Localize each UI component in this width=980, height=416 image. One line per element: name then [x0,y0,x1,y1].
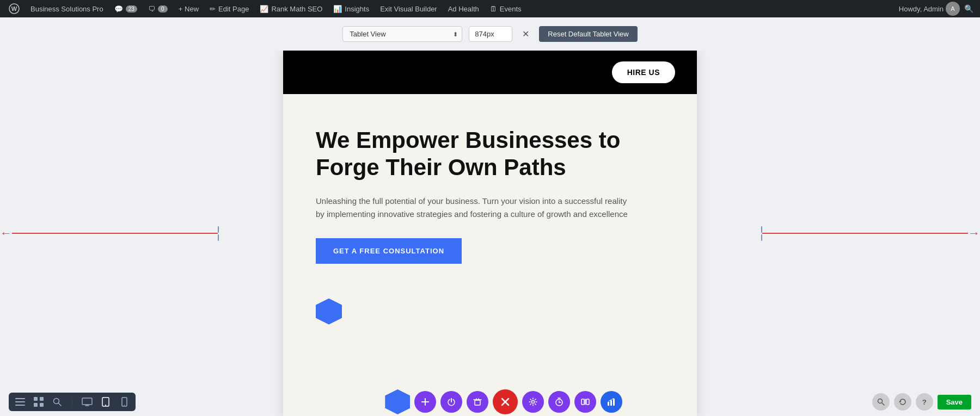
power-button[interactable] [440,391,462,413]
admin-bar-right: Howdy, Admin A 🔍 [899,2,976,16]
brand-logo [316,299,342,325]
svg-line-38 [882,403,884,405]
refresh-icon[interactable] [894,393,911,411]
avatar[interactable]: A [946,2,960,16]
arrow-line-right [762,233,968,234]
pencil-icon: ✏ [210,5,216,13]
left-arrowhead: ← [0,227,12,239]
rank-math-label: Rank Math SEO [271,5,322,13]
drag-handle-left[interactable] [217,222,220,244]
admin-search-icon[interactable]: 🔍 [962,4,976,13]
help-icon[interactable]: ? [916,393,933,411]
brand-logo-center[interactable] [385,389,410,414]
grid-icon[interactable] [33,396,45,408]
svg-rect-36 [613,399,615,406]
comments-item[interactable]: 💬 23 [110,0,142,17]
search-icon[interactable] [51,396,63,408]
hero-section: We Empower Businesses to Forge Their Own… [283,94,697,285]
svg-point-26 [532,401,535,403]
desktop-preview-icon[interactable] [81,396,93,408]
logo-row [283,285,697,338]
svg-rect-8 [40,403,44,407]
svg-rect-3 [15,401,25,402]
settings-button[interactable] [522,391,544,413]
rank-math-item[interactable]: 📈 Rank Math SEO [255,0,327,17]
svg-rect-32 [586,399,589,405]
comment-bubble-item[interactable]: 🗨 0 [144,0,172,17]
px-input[interactable] [469,26,512,42]
analytics-button[interactable] [601,391,622,413]
svg-rect-11 [82,398,92,405]
svg-point-37 [878,399,882,403]
svg-rect-34 [608,402,609,406]
svg-rect-2 [15,398,25,399]
right-arrowhead: → [968,227,980,239]
canvas-wrapper: ← HIRE US We Empower Businesses to Forge… [0,51,980,416]
hero-subtitle: Unleashing the full potential of your bu… [316,195,632,221]
svg-rect-4 [15,405,25,406]
close-toolbar-button[interactable]: ✕ [519,27,532,41]
svg-rect-31 [581,399,584,405]
rank-math-icon: 📈 [260,5,268,13]
admin-bar: W Business Solutions Pro 💬 23 🗨 0 + New … [0,0,980,17]
comment-icon: 💬 [114,5,123,13]
resize-arrow-left[interactable]: ← [0,227,218,239]
arrow-line-left [12,233,218,234]
columns-button[interactable] [574,391,596,413]
events-label: Events [500,5,522,13]
hamburger-menu-icon[interactable] [14,396,26,408]
reset-default-button[interactable]: Reset Default Tablet View [539,26,637,42]
tablet-view-selector[interactable]: Tablet View [342,26,462,42]
drag-handle-right[interactable] [760,222,763,244]
ad-health-item[interactable]: Ad Health [444,0,483,17]
timer-button[interactable] [548,391,570,413]
svg-point-17 [124,405,125,406]
hero-title: We Empower Businesses to Forge Their Own… [316,127,632,182]
toolbar-divider [72,396,72,407]
tablet-preview-icon[interactable] [100,396,112,408]
wp-logo-item[interactable]: W [4,0,24,17]
view-toolbar: Tablet View ✕ Reset Default Tablet View [0,17,980,51]
search-right-icon[interactable] [872,393,890,411]
events-item[interactable]: 🗓 Events [486,0,526,17]
svg-point-15 [105,405,106,406]
edit-page-item[interactable]: ✏ Edit Page [205,0,253,17]
site-name-item[interactable]: Business Solutions Pro [26,0,108,17]
bottom-center-tools [385,389,622,414]
insights-label: Insights [345,5,369,13]
save-button[interactable]: Save [938,395,971,409]
svg-line-10 [59,403,62,406]
new-item[interactable]: + New [174,0,203,17]
bottom-toolbar: ? Save [0,388,980,416]
exit-builder-item[interactable]: Exit Visual Builder [376,0,442,17]
cta-button[interactable]: GET A FREE CONSULTATION [316,238,462,264]
svg-rect-35 [610,400,612,406]
add-element-button[interactable] [414,391,436,413]
events-icon: 🗓 [490,5,497,13]
comment-bubble-count: 0 [158,5,168,13]
bottom-left-tools [9,393,136,411]
resize-arrow-right[interactable]: → [762,227,980,239]
comment-bubble-icon: 🗨 [148,5,155,13]
close-element-button[interactable] [493,389,518,414]
hire-us-button[interactable]: HIRE US [612,61,675,83]
new-label: + New [179,5,199,13]
svg-text:W: W [11,5,17,12]
mobile-preview-icon[interactable] [118,396,130,408]
edit-page-label: Edit Page [218,5,249,13]
bottom-right-tools: ? Save [872,393,971,411]
svg-rect-20 [475,400,480,405]
svg-rect-6 [40,397,44,401]
howdy-text: Howdy, Admin [899,5,944,13]
site-name: Business Solutions Pro [30,5,103,13]
svg-rect-5 [34,397,38,401]
insights-icon: 📊 [333,5,342,13]
main-area: Tablet View ✕ Reset Default Tablet View … [0,17,980,416]
exit-builder-label: Exit Visual Builder [380,5,437,13]
delete-button[interactable] [467,391,488,413]
comment-count: 23 [126,5,137,13]
tablet-view-select[interactable]: Tablet View [342,26,462,42]
page-canvas: HIRE US We Empower Businesses to Forge T… [283,51,697,416]
insights-item[interactable]: 📊 Insights [329,0,373,17]
page-header: HIRE US [283,51,697,94]
